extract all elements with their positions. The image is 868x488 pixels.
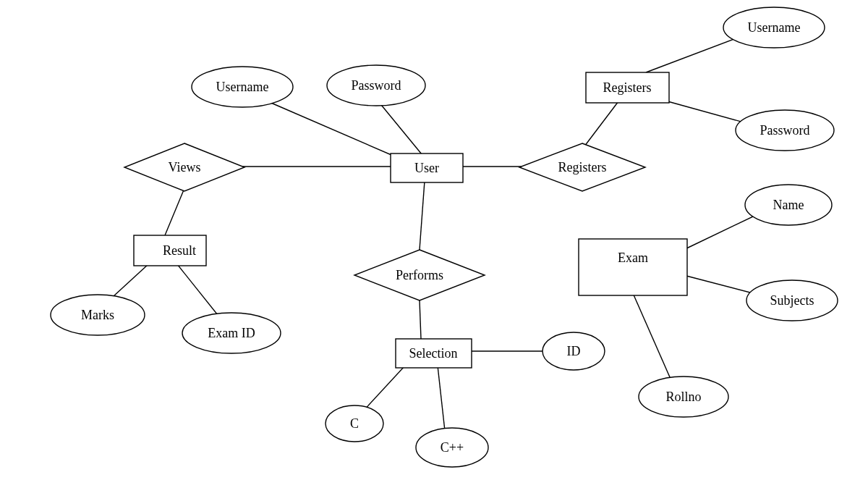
entity-user-label: User xyxy=(414,161,439,175)
attr-reg-password-label: Password xyxy=(760,123,809,138)
svg-rect-22 xyxy=(579,239,687,295)
entity-result-label: Result xyxy=(163,243,196,258)
attr-result-marks-label: Marks xyxy=(81,308,114,322)
entity-selection-label: Selection xyxy=(409,346,458,361)
rel-performs: Performs xyxy=(354,250,485,300)
attr-exam-name-label: Name xyxy=(773,198,804,212)
attr-result-examid-label: Exam ID xyxy=(208,326,255,340)
attr-result-marks: Marks xyxy=(51,295,145,335)
attr-selection-id: ID xyxy=(542,332,605,370)
attr-exam-subjects-label: Subjects xyxy=(770,293,814,308)
attr-user-password: Password xyxy=(327,65,425,106)
svg-line-11 xyxy=(420,300,421,339)
svg-line-13 xyxy=(362,366,405,413)
attr-result-examid: Exam ID xyxy=(182,313,281,353)
rel-views: Views xyxy=(124,143,244,191)
attr-exam-subjects: Subjects xyxy=(746,280,838,321)
attr-selection-cpp: C++ xyxy=(416,428,488,467)
attr-exam-name: Name xyxy=(745,185,832,225)
svg-line-7 xyxy=(177,264,221,319)
attr-exam-rollno: Rollno xyxy=(639,376,728,417)
svg-line-0 xyxy=(268,101,401,159)
attr-reg-password: Password xyxy=(736,110,834,151)
rel-registers-label: Registers xyxy=(558,160,607,174)
entity-selection: Selection xyxy=(396,339,472,368)
svg-line-17 xyxy=(633,293,673,384)
entity-exam: Exam xyxy=(579,239,687,295)
attr-reg-username: Username xyxy=(723,7,825,48)
entity-registers: Registers xyxy=(586,72,669,103)
svg-line-14 xyxy=(438,366,445,431)
attr-selection-c-label: C xyxy=(350,416,359,431)
attr-selection-id-label: ID xyxy=(567,344,581,358)
attr-selection-c: C xyxy=(326,405,383,442)
attr-user-username-label: Username xyxy=(216,80,269,94)
attr-user-username: Username xyxy=(192,67,293,107)
svg-line-8 xyxy=(584,101,618,146)
er-diagram: User Registers Result Selection Exam Vie… xyxy=(0,0,868,488)
svg-line-5 xyxy=(165,188,184,235)
attr-exam-rollno-label: Rollno xyxy=(665,390,701,404)
entity-exam-label: Exam xyxy=(618,251,648,265)
rel-registers: Registers xyxy=(519,143,645,191)
svg-line-1 xyxy=(378,101,422,154)
attr-selection-cpp-label: C++ xyxy=(441,440,464,455)
entity-user: User xyxy=(391,153,463,182)
attr-user-password-label: Password xyxy=(351,78,401,93)
entity-result: Result xyxy=(134,235,206,266)
svg-line-4 xyxy=(420,181,425,250)
svg-line-9 xyxy=(646,36,741,72)
rel-performs-label: Performs xyxy=(396,268,443,282)
entity-registers-label: Registers xyxy=(603,80,652,95)
rel-views-label: Views xyxy=(169,160,201,174)
attr-reg-username-label: Username xyxy=(748,20,801,35)
